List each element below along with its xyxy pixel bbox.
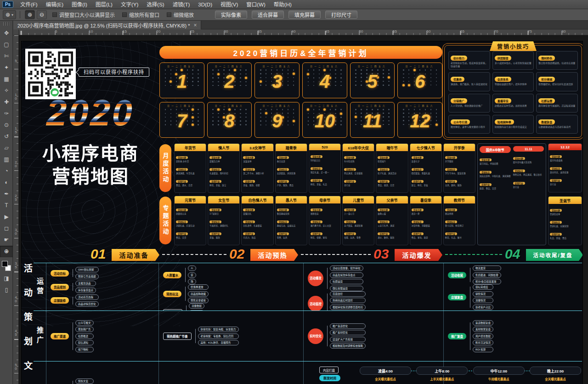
menu-item[interactable]: 文件(F) (16, 0, 42, 9)
timeline-time: 晚上22:00 (530, 367, 581, 375)
zoom-tool-chip[interactable]: ⊕ ▾ (3, 10, 16, 19)
menu-item[interactable]: 选择(S) (142, 0, 168, 9)
screen-mode-button[interactable]: ▯ (0, 284, 13, 296)
options-button[interactable]: 填充屏幕 (288, 11, 321, 19)
activity-card-body: 活动主题感念师恩活动玩法贺卡定制、鲜花预订适用行业鲜花、礼品、图书 (444, 203, 475, 240)
options-button[interactable]: 实际像素 (215, 11, 247, 19)
tab-close-icon[interactable]: × (193, 22, 197, 28)
checkbox-box[interactable] (52, 12, 57, 17)
calendar-month-card: 日一二三四五六11 (350, 102, 395, 138)
ruler-mark: 30 (224, 29, 228, 34)
day-dot (293, 109, 294, 110)
ruler-mark: 20 (157, 29, 161, 34)
section-tag: 活动玩法 (445, 220, 457, 223)
gradient-tool[interactable]: ▥ (0, 154, 13, 165)
healing-brush-tool[interactable]: ✚ (0, 96, 13, 108)
type-tool[interactable]: T (0, 200, 13, 211)
section-text: 康乃馨专场、走心文案 (311, 225, 339, 227)
activity-card-title: 520 (309, 144, 340, 150)
day-dot (355, 73, 356, 74)
quick-mask-button[interactable]: ◨ (0, 273, 13, 284)
options-button[interactable]: 适合屏幕 (252, 11, 284, 19)
menu-item[interactable]: 滤镜(T) (169, 0, 194, 9)
panel-grip[interactable] (3, 22, 9, 26)
activity-card: 情人节活动主题甜蜜告白季活动玩法礼盒套装、限时折扣适用行业鲜花、美妆、珠宝 (208, 143, 240, 193)
hand-tool[interactable]: ☛ (0, 234, 13, 246)
menu-item[interactable]: 帮助(H) (270, 0, 296, 9)
blur-tool[interactable]: ◔ (0, 165, 13, 177)
eyedropper-tool[interactable]: ✧ (0, 85, 13, 96)
tip-text: 以数据驱动选品与活动节奏迭代 (538, 125, 576, 129)
menu-item[interactable]: 窗口(W) (242, 0, 270, 9)
map-leaf-node: 适当扩大广告投放 (330, 337, 366, 342)
day-dot (277, 109, 278, 110)
map-branches: 渠道数据复盘素材效果复盘用户增长数据粉丝沉淀情况ROI 核算 (469, 320, 493, 352)
brush-tool[interactable]: ✑ (0, 108, 13, 119)
day-dot (277, 69, 278, 71)
map-leaf-node: 售后跟进、问题处理 (473, 272, 501, 278)
clone-stamp-tool[interactable]: ⊙ (0, 119, 13, 131)
options-checkbox[interactable]: 缩放所有窗口 (122, 11, 159, 18)
map-leaf-node: 场 (188, 279, 196, 284)
day-dot (260, 109, 261, 110)
day-dot (355, 124, 356, 125)
magnifier-icon: ⊕ (6, 11, 10, 18)
section-tag: 活动主题 (550, 155, 562, 158)
month-number: 11 (363, 111, 382, 131)
document-tab[interactable]: 2020小程序电商营销地图.jpg @ 12.5% (扫码可以获得小程序扶持, … (13, 21, 201, 29)
menu-item[interactable]: 文字(Y) (117, 0, 142, 9)
crop-tool[interactable]: ▦ (0, 73, 13, 85)
calendar-month-card: 日一二三四五六6 (397, 62, 442, 98)
checkbox-box[interactable] (167, 12, 171, 17)
eraser-tool[interactable]: ▱ (0, 142, 13, 154)
section-tag: 适用行业 (277, 232, 289, 235)
options-button[interactable]: 打印尺寸 (325, 11, 357, 19)
options-checkbox[interactable]: 细微缩放 (167, 11, 194, 18)
zoom-in-button[interactable]: ⊕ (25, 10, 35, 19)
menu-item[interactable]: 编辑(E) (42, 0, 68, 9)
ruler-mark: 60 (427, 29, 431, 34)
activity-card-title: 3.8女神节 (242, 144, 273, 151)
day-dot (335, 85, 336, 86)
marquee-tool[interactable]: ▢ (0, 39, 13, 51)
day-dot (234, 109, 236, 110)
day-dot (308, 69, 309, 71)
day-dot (330, 69, 331, 71)
card-section: 活动主题整蛊趣味营销 (277, 204, 305, 215)
activity-card-body: 活动主题感恩母亲活动玩法康乃馨专场、走心文案适用行业鲜花、保健、家电 (309, 203, 340, 240)
zoom-out-button[interactable]: ⊖ (37, 10, 47, 19)
dodge-tool[interactable]: ◐ (0, 177, 13, 188)
shape-tool[interactable]: ◻ (0, 223, 13, 234)
options-checkbox[interactable]: 调整窗口大小以满屏显示 (52, 11, 115, 18)
move-tool[interactable]: ✥ (0, 28, 13, 39)
history-brush-tool[interactable]: ↺ (0, 131, 13, 142)
day-dot (361, 116, 362, 118)
day-dot (419, 109, 421, 110)
path-selection-tool[interactable]: ▶ (0, 211, 13, 223)
day-dot (366, 69, 368, 71)
menu-item[interactable]: 视图(V) (216, 0, 242, 9)
map-branches: GMV目标拆解预算与节奏排期 (72, 267, 99, 279)
pen-tool[interactable]: ✒ (0, 188, 13, 200)
day-dot (436, 73, 437, 75)
map-leaf-node: 微信客服运营 (330, 286, 363, 291)
card-section: 活动玩法礼盒套装、限时折扣 (209, 164, 238, 175)
tip-label: 直播带货 (495, 98, 511, 103)
timeline-item: 上午8:00上半天曝光最高点 (416, 367, 468, 381)
quick-selection-tool[interactable]: ✦ (0, 62, 13, 73)
day-dot (313, 77, 315, 79)
menu-item[interactable]: 图像(I) (68, 0, 91, 9)
menu-items: 文件(F)编辑(E)图像(I)图层(L)文字(Y)选择(S)滤镜(T)3D(D)… (16, 0, 296, 9)
checkbox-box[interactable] (122, 12, 127, 17)
menu-item[interactable]: 3D(D) (194, 0, 216, 9)
section-tag: 活动主题 (550, 209, 562, 212)
foreground-color-swatch[interactable] (2, 261, 8, 267)
day-dot (240, 120, 241, 122)
menu-item[interactable]: 图层(L) (91, 0, 117, 9)
planning-rows: 运营活动目标GMV目标拆解预算与节奏排期货品规划主推款选品库存备货盘点店铺装修活… (34, 263, 582, 384)
section-tag: 适用行业 (378, 180, 390, 183)
zoom-tool[interactable]: ⊕ (0, 246, 13, 257)
color-swatches[interactable] (1, 260, 12, 272)
canvas-viewport[interactable]: 扫码可以获得小程序扶持 2020 小程序电商 营销地图 2020营销日历&全年营… (19, 35, 588, 384)
lasso-tool[interactable]: ✄ (0, 51, 13, 62)
